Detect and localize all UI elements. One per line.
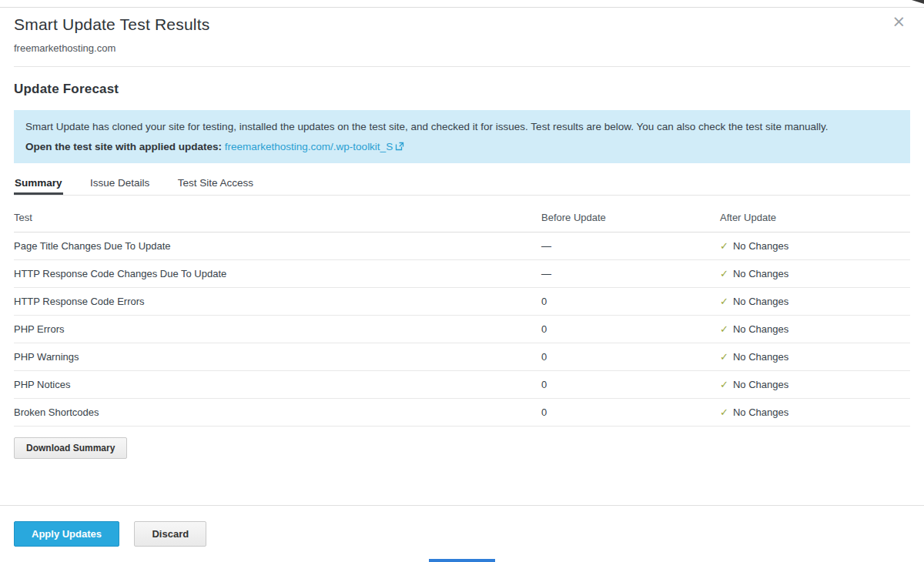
footer-bar: Apply Updates Discard: [0, 505, 924, 547]
before-value: 0: [541, 343, 720, 370]
info-banner: Smart Update has cloned your site for te…: [14, 110, 910, 163]
after-label: No Changes: [733, 406, 788, 418]
column-header-test: Test: [14, 203, 541, 232]
dialog-header: Smart Update Test Results × freemarketho…: [14, 0, 910, 54]
check-icon: ✓: [720, 268, 728, 279]
download-summary-button[interactable]: Download Summary: [14, 437, 127, 459]
results-table: Test Before Update After Update Page Tit…: [14, 203, 910, 427]
before-value: 0: [541, 287, 720, 315]
test-name: PHP Errors: [14, 315, 541, 343]
check-icon: ✓: [720, 351, 728, 363]
tab-summary[interactable]: Summary: [14, 177, 63, 195]
info-message: Smart Update has cloned your site for te…: [25, 119, 899, 135]
after-value: ✓No Changes: [720, 315, 910, 343]
after-label: No Changes: [733, 351, 788, 363]
apply-updates-button[interactable]: Apply Updates: [14, 521, 119, 547]
check-icon: ✓: [720, 240, 728, 252]
table-row: HTTP Response Code Changes Due To Update…: [14, 259, 910, 287]
test-name: Page Title Changes Due To Update: [14, 232, 541, 259]
before-value: 0: [541, 315, 720, 343]
check-icon: ✓: [720, 323, 728, 335]
before-value: —: [541, 232, 720, 259]
after-value: ✓No Changes: [720, 398, 910, 426]
table-row: PHP Warnings 0 ✓No Changes: [14, 343, 910, 370]
table-row: Broken Shortcodes 0 ✓No Changes: [14, 398, 910, 426]
after-value: ✓No Changes: [720, 287, 910, 315]
after-label: No Changes: [733, 240, 788, 252]
discard-button[interactable]: Discard: [134, 521, 206, 547]
tab-issue-details[interactable]: Issue Details: [89, 177, 150, 195]
test-site-link[interactable]: freemarkethosting.com/.wp-toolkit_S: [225, 141, 393, 152]
before-value: 0: [541, 398, 720, 426]
dialog-title: Smart Update Test Results: [14, 15, 910, 34]
table-header-row: Test Before Update After Update: [14, 203, 910, 232]
table-row: PHP Errors 0 ✓No Changes: [14, 315, 910, 343]
tab-test-site-access[interactable]: Test Site Access: [177, 177, 254, 195]
close-icon[interactable]: ×: [887, 11, 910, 33]
table-row: PHP Notices 0 ✓No Changes: [14, 370, 910, 398]
table-row: HTTP Response Code Errors 0 ✓No Changes: [14, 287, 910, 315]
section-heading: Update Forecast: [14, 82, 910, 97]
header-divider: [14, 66, 910, 67]
check-icon: ✓: [720, 379, 728, 390]
after-value: ✓No Changes: [720, 370, 910, 398]
external-link-icon: [395, 142, 404, 153]
site-domain: freemarkethosting.com: [14, 42, 910, 54]
bottom-blue-bar: [429, 559, 495, 562]
test-name: Broken Shortcodes: [14, 398, 541, 426]
test-name: PHP Notices: [14, 370, 541, 398]
table-row: Page Title Changes Due To Update — ✓No C…: [14, 232, 910, 259]
after-value: ✓No Changes: [720, 259, 910, 287]
after-value: ✓No Changes: [720, 232, 910, 259]
test-name: HTTP Response Code Changes Due To Update: [14, 259, 541, 287]
cursor-artifact: [912, 0, 924, 4]
after-value: ✓No Changes: [720, 343, 910, 370]
check-icon: ✓: [720, 406, 728, 418]
column-header-before-update: Before Update: [541, 203, 720, 232]
check-icon: ✓: [720, 296, 728, 307]
after-label: No Changes: [733, 323, 788, 335]
test-name: PHP Warnings: [14, 343, 541, 370]
test-site-line: Open the test site with applied updates:…: [25, 141, 899, 153]
tab-bar: Summary Issue Details Test Site Access: [14, 176, 910, 196]
column-header-after-update: After Update: [720, 203, 910, 232]
test-site-label: Open the test site with applied updates:: [25, 141, 222, 152]
before-value: —: [541, 259, 720, 287]
test-name: HTTP Response Code Errors: [14, 287, 541, 315]
after-label: No Changes: [733, 296, 788, 307]
after-label: No Changes: [733, 379, 788, 390]
after-label: No Changes: [733, 268, 788, 279]
before-value: 0: [541, 370, 720, 398]
